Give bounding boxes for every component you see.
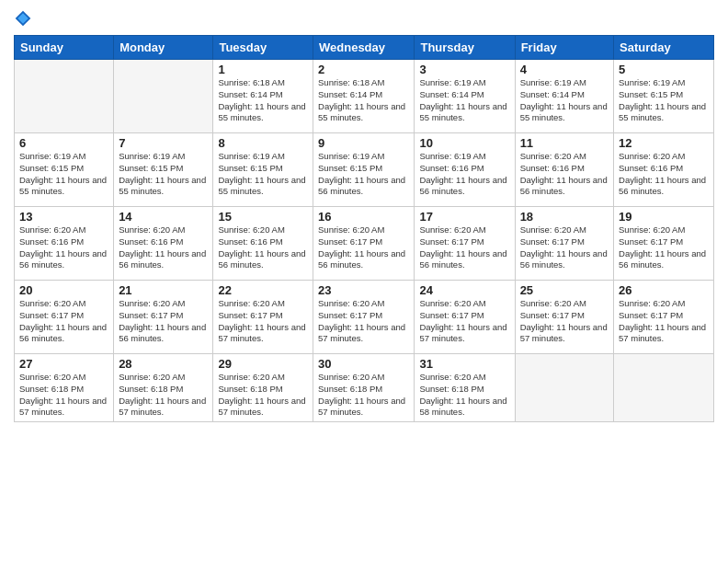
day-number: 23	[318, 283, 409, 297]
day-info: Sunrise: 6:20 AM Sunset: 6:17 PM Dayligh…	[419, 298, 509, 345]
calendar-cell: 6Sunrise: 6:19 AM Sunset: 6:15 PM Daylig…	[15, 133, 114, 207]
day-info: Sunrise: 6:18 AM Sunset: 6:14 PM Dayligh…	[318, 77, 409, 124]
day-number: 1	[218, 63, 308, 76]
day-info: Sunrise: 6:20 AM Sunset: 6:18 PM Dayligh…	[119, 372, 208, 419]
logo	[14, 9, 35, 28]
day-number: 7	[119, 136, 208, 150]
day-number: 5	[619, 63, 709, 76]
day-number: 29	[218, 357, 308, 371]
col-header-sunday: Sunday	[15, 36, 114, 60]
calendar-cell: 9Sunrise: 6:19 AM Sunset: 6:15 PM Daylig…	[313, 133, 415, 207]
calendar-cell: 17Sunrise: 6:20 AM Sunset: 6:17 PM Dayli…	[415, 207, 515, 281]
day-info: Sunrise: 6:20 AM Sunset: 6:16 PM Dayligh…	[520, 151, 609, 198]
calendar-cell: 7Sunrise: 6:19 AM Sunset: 6:15 PM Daylig…	[114, 133, 213, 207]
col-header-wednesday: Wednesday	[313, 36, 415, 60]
day-info: Sunrise: 6:20 AM Sunset: 6:17 PM Dayligh…	[318, 298, 409, 345]
day-number: 15	[218, 210, 308, 224]
calendar-cell: 21Sunrise: 6:20 AM Sunset: 6:17 PM Dayli…	[114, 281, 213, 354]
day-info: Sunrise: 6:20 AM Sunset: 6:18 PM Dayligh…	[218, 372, 308, 419]
day-info: Sunrise: 6:20 AM Sunset: 6:17 PM Dayligh…	[520, 298, 609, 345]
day-number: 2	[318, 63, 409, 76]
day-number: 26	[619, 283, 709, 297]
day-number: 11	[520, 136, 609, 150]
day-info: Sunrise: 6:20 AM Sunset: 6:18 PM Dayligh…	[419, 372, 509, 419]
day-number: 21	[119, 283, 208, 297]
col-header-friday: Friday	[515, 36, 613, 60]
day-info: Sunrise: 6:19 AM Sunset: 6:16 PM Dayligh…	[419, 151, 509, 198]
day-info: Sunrise: 6:19 AM Sunset: 6:15 PM Dayligh…	[318, 151, 409, 198]
day-info: Sunrise: 6:20 AM Sunset: 6:17 PM Dayligh…	[520, 224, 609, 271]
day-info: Sunrise: 6:20 AM Sunset: 6:16 PM Dayligh…	[19, 224, 108, 271]
calendar-cell: 20Sunrise: 6:20 AM Sunset: 6:17 PM Dayli…	[15, 281, 114, 354]
calendar-cell: 13Sunrise: 6:20 AM Sunset: 6:16 PM Dayli…	[15, 207, 114, 281]
calendar-cell: 10Sunrise: 6:19 AM Sunset: 6:16 PM Dayli…	[415, 133, 515, 207]
day-number: 28	[119, 357, 208, 371]
day-number: 18	[520, 210, 609, 224]
day-info: Sunrise: 6:20 AM Sunset: 6:16 PM Dayligh…	[119, 224, 208, 271]
day-number: 16	[318, 210, 409, 224]
calendar-cell: 2Sunrise: 6:18 AM Sunset: 6:14 PM Daylig…	[313, 60, 415, 133]
calendar-cell: 23Sunrise: 6:20 AM Sunset: 6:17 PM Dayli…	[313, 281, 415, 354]
day-info: Sunrise: 6:19 AM Sunset: 6:15 PM Dayligh…	[119, 151, 208, 198]
day-info: Sunrise: 6:20 AM Sunset: 6:17 PM Dayligh…	[119, 298, 208, 345]
day-number: 3	[419, 63, 509, 76]
logo-icon	[14, 9, 32, 28]
calendar-table: SundayMondayTuesdayWednesdayThursdayFrid…	[14, 35, 714, 422]
day-number: 20	[19, 283, 108, 297]
day-info: Sunrise: 6:20 AM Sunset: 6:16 PM Dayligh…	[218, 224, 308, 271]
calendar-cell: 1Sunrise: 6:18 AM Sunset: 6:14 PM Daylig…	[213, 60, 313, 133]
calendar-cell: 11Sunrise: 6:20 AM Sunset: 6:16 PM Dayli…	[515, 133, 613, 207]
day-info: Sunrise: 6:18 AM Sunset: 6:14 PM Dayligh…	[218, 77, 308, 124]
day-info: Sunrise: 6:19 AM Sunset: 6:15 PM Dayligh…	[619, 77, 709, 124]
day-info: Sunrise: 6:19 AM Sunset: 6:14 PM Dayligh…	[419, 77, 509, 124]
day-info: Sunrise: 6:19 AM Sunset: 6:14 PM Dayligh…	[520, 77, 609, 124]
calendar-cell: 5Sunrise: 6:19 AM Sunset: 6:15 PM Daylig…	[614, 60, 714, 133]
calendar-cell: 31Sunrise: 6:20 AM Sunset: 6:18 PM Dayli…	[415, 354, 515, 422]
calendar-cell	[614, 354, 714, 422]
day-number: 8	[218, 136, 308, 150]
calendar-cell: 19Sunrise: 6:20 AM Sunset: 6:17 PM Dayli…	[614, 207, 714, 281]
day-info: Sunrise: 6:20 AM Sunset: 6:17 PM Dayligh…	[619, 298, 709, 345]
calendar-cell	[114, 60, 213, 133]
day-number: 22	[218, 283, 308, 297]
day-number: 6	[19, 136, 108, 150]
calendar-cell	[15, 60, 114, 133]
calendar-cell: 27Sunrise: 6:20 AM Sunset: 6:18 PM Dayli…	[15, 354, 114, 422]
calendar-cell: 8Sunrise: 6:19 AM Sunset: 6:15 PM Daylig…	[213, 133, 313, 207]
day-info: Sunrise: 6:20 AM Sunset: 6:17 PM Dayligh…	[19, 298, 108, 345]
calendar-cell: 18Sunrise: 6:20 AM Sunset: 6:17 PM Dayli…	[515, 207, 613, 281]
calendar-cell: 25Sunrise: 6:20 AM Sunset: 6:17 PM Dayli…	[515, 281, 613, 354]
page: SundayMondayTuesdayWednesdayThursdayFrid…	[0, 0, 728, 563]
calendar-cell: 22Sunrise: 6:20 AM Sunset: 6:17 PM Dayli…	[213, 281, 313, 354]
calendar-cell: 14Sunrise: 6:20 AM Sunset: 6:16 PM Dayli…	[114, 207, 213, 281]
calendar-cell: 4Sunrise: 6:19 AM Sunset: 6:14 PM Daylig…	[515, 60, 613, 133]
day-info: Sunrise: 6:20 AM Sunset: 6:17 PM Dayligh…	[318, 224, 409, 271]
calendar-cell: 24Sunrise: 6:20 AM Sunset: 6:17 PM Dayli…	[415, 281, 515, 354]
calendar-cell: 28Sunrise: 6:20 AM Sunset: 6:18 PM Dayli…	[114, 354, 213, 422]
day-number: 30	[318, 357, 409, 371]
day-info: Sunrise: 6:20 AM Sunset: 6:17 PM Dayligh…	[218, 298, 308, 345]
day-info: Sunrise: 6:20 AM Sunset: 6:17 PM Dayligh…	[419, 224, 509, 271]
day-number: 31	[419, 357, 509, 371]
calendar-cell: 29Sunrise: 6:20 AM Sunset: 6:18 PM Dayli…	[213, 354, 313, 422]
calendar-cell	[515, 354, 613, 422]
day-info: Sunrise: 6:19 AM Sunset: 6:15 PM Dayligh…	[218, 151, 308, 198]
calendar-cell: 12Sunrise: 6:20 AM Sunset: 6:16 PM Dayli…	[614, 133, 714, 207]
day-info: Sunrise: 6:20 AM Sunset: 6:18 PM Dayligh…	[19, 372, 108, 419]
col-header-thursday: Thursday	[415, 36, 515, 60]
day-number: 24	[419, 283, 509, 297]
col-header-tuesday: Tuesday	[213, 36, 313, 60]
col-header-saturday: Saturday	[614, 36, 714, 60]
day-info: Sunrise: 6:19 AM Sunset: 6:15 PM Dayligh…	[19, 151, 108, 198]
day-info: Sunrise: 6:20 AM Sunset: 6:17 PM Dayligh…	[619, 224, 709, 271]
calendar-cell: 16Sunrise: 6:20 AM Sunset: 6:17 PM Dayli…	[313, 207, 415, 281]
day-number: 10	[419, 136, 509, 150]
day-number: 13	[19, 210, 108, 224]
day-number: 19	[619, 210, 709, 224]
day-number: 25	[520, 283, 609, 297]
day-number: 12	[619, 136, 709, 150]
calendar-cell: 15Sunrise: 6:20 AM Sunset: 6:16 PM Dayli…	[213, 207, 313, 281]
calendar-cell: 30Sunrise: 6:20 AM Sunset: 6:18 PM Dayli…	[313, 354, 415, 422]
col-header-monday: Monday	[114, 36, 213, 60]
day-number: 27	[19, 357, 108, 371]
